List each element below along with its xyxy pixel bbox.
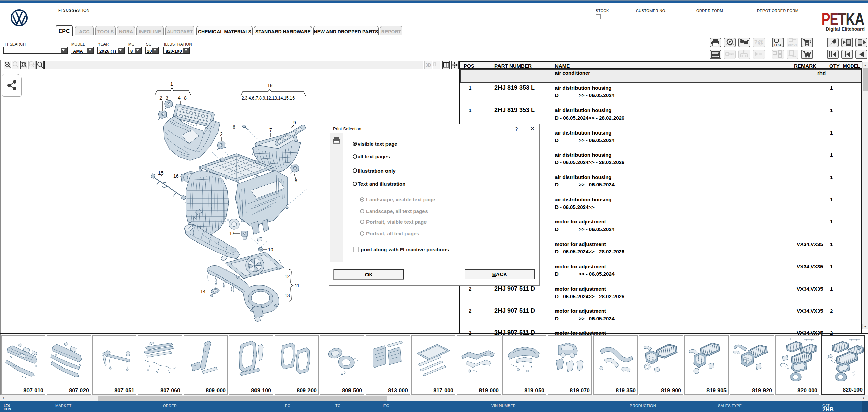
svg-text:18: 18 (267, 83, 273, 88)
svg-text:16: 16 (173, 173, 179, 179)
svg-text:10: 10 (268, 247, 273, 252)
svg-text:11: 11 (295, 283, 300, 288)
svg-text:Digital Eliteboard: Digital Eliteboard (826, 26, 865, 32)
svg-text:8: 8 (295, 178, 297, 183)
svg-text:3: 3 (166, 95, 168, 101)
svg-text:100%: 100% (30, 63, 35, 65)
svg-text:ELSA: ELSA (774, 43, 782, 47)
svg-text:15: 15 (158, 170, 164, 176)
svg-text:13: 13 (285, 293, 290, 298)
svg-text:2,3,4,6,7,8,9,12,13,14,15,16: 2,3,4,6,7,8,9,12,13,14,15,16 (242, 96, 295, 101)
svg-text:?@: ?@ (754, 39, 764, 46)
svg-text:8: 8 (184, 95, 187, 101)
svg-text:9: 9 (293, 120, 296, 125)
svg-text:1: 1 (170, 81, 173, 87)
svg-text:4: 4 (178, 95, 181, 101)
svg-text:2: 2 (159, 95, 162, 101)
svg-text:2: 2 (220, 131, 223, 137)
svg-text:6: 6 (233, 124, 235, 130)
svg-text:12: 12 (285, 274, 290, 279)
svg-text:14: 14 (200, 289, 206, 294)
svg-text:DEPOT: DEPOT (788, 43, 797, 46)
svg-text:7: 7 (269, 127, 272, 133)
